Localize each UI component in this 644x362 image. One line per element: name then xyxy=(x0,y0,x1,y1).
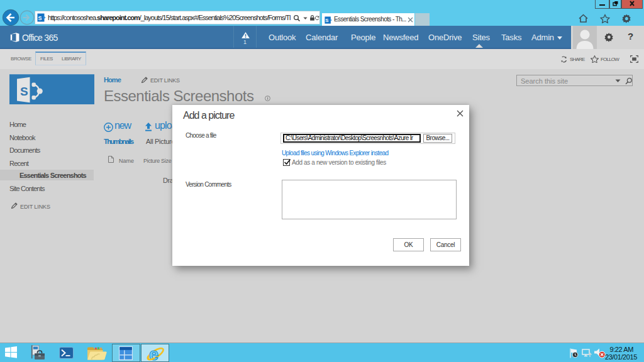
svg-text:S: S xyxy=(20,85,28,98)
svg-text:S: S xyxy=(38,15,42,21)
svg-text:S: S xyxy=(325,18,328,23)
